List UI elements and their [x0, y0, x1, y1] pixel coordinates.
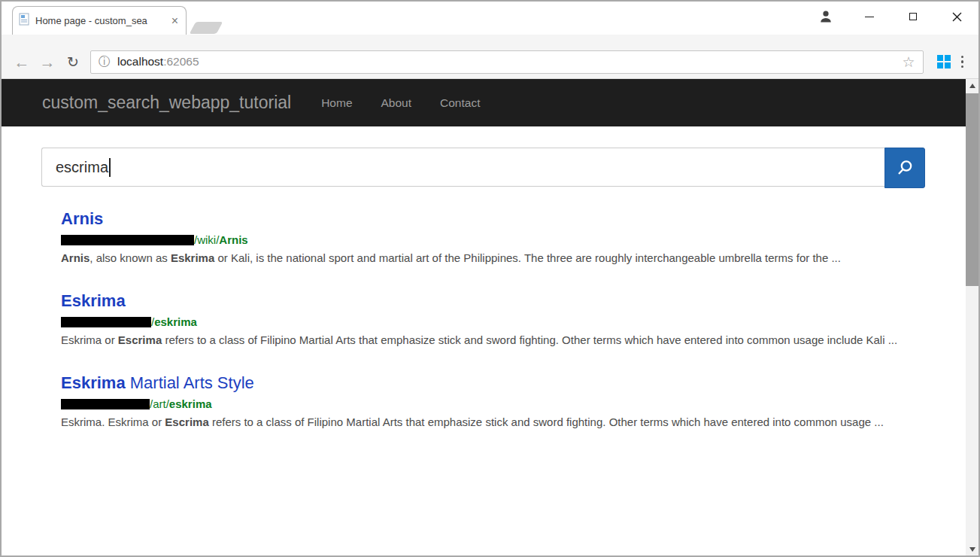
minimize-button[interactable] [848, 2, 891, 32]
redacted-domain [61, 317, 151, 327]
text-caret [109, 158, 111, 177]
window-controls [804, 2, 978, 32]
site-brand-link[interactable]: custom_search_webapp_tutorial [42, 93, 291, 113]
redacted-domain [61, 399, 150, 409]
url-port: :62065 [163, 55, 199, 68]
snippet-text: or Kali, is the national sport and marti… [214, 251, 841, 264]
snippet-match: Escrima [165, 415, 208, 428]
scroll-up-icon [969, 84, 975, 88]
tab-favicon [19, 13, 30, 29]
browser-window: Home page - custom_sea × [0, 0, 980, 557]
windows-extension-icon[interactable] [937, 55, 951, 68]
result-title-text: Arnis [61, 209, 103, 228]
search-button[interactable] [884, 148, 925, 188]
windows-logo-pane [945, 55, 951, 61]
nav-link-about[interactable]: About [381, 96, 412, 110]
profile-icon [818, 9, 833, 24]
result-snippet: Eskrima. Eskrima or Escrima refers to a … [61, 414, 907, 430]
scroll-down-button[interactable] [966, 543, 978, 555]
scrollbar-thumb[interactable] [966, 93, 978, 286]
result-title-text: Eskrima [61, 373, 126, 392]
reload-icon[interactable]: ↻ [60, 50, 86, 74]
address-bar[interactable]: ⓘ localhost:62065 ☆ [90, 50, 924, 74]
snippet-match: Arnis [61, 251, 90, 264]
result-item: Eskrima /eskrima Eskrima or Escrima refe… [61, 291, 907, 348]
back-icon[interactable]: ← [9, 50, 35, 74]
snippet-text: Eskrima. Eskrima or [61, 415, 165, 428]
browser-tab[interactable]: Home page - custom_sea × [12, 6, 187, 35]
snippet-match: Escrima [118, 333, 162, 346]
result-item: Arnis /wiki/Arnis Arnis, also known as E… [61, 208, 907, 266]
info-icon[interactable]: ⓘ [99, 54, 111, 70]
scroll-down-icon [969, 547, 975, 552]
url-path: /wiki/ [194, 233, 219, 246]
browser-menu-icon[interactable] [961, 56, 964, 68]
result-title-link[interactable]: Eskrima [61, 291, 126, 312]
result-item: Eskrima Martial Arts Style /art/eskrima … [61, 373, 907, 430]
forward-icon[interactable]: → [35, 50, 60, 74]
profile-button[interactable] [804, 2, 848, 32]
page-viewport: custom_search_webapp_tutorial Home About… [2, 79, 966, 555]
vertical-scrollbar[interactable] [966, 79, 978, 555]
menu-dot [961, 56, 964, 59]
url-host: localhost [117, 55, 163, 68]
new-tab-button[interactable] [190, 22, 223, 34]
url-path-match: Arnis [219, 233, 247, 246]
snippet-text: Eskrima or [61, 333, 118, 346]
browser-toolbar: ← → ↻ ⓘ localhost:62065 ☆ [2, 35, 978, 79]
result-url: /art/eskrima [61, 397, 907, 411]
result-title-link[interactable]: Eskrima Martial Arts Style [61, 373, 254, 394]
tab-strip: Home page - custom_sea × [2, 2, 978, 35]
result-title-link[interactable]: Arnis [61, 208, 103, 230]
result-snippet: Arnis, also known as Eskrima or Kali, is… [61, 250, 907, 266]
nav-link-home[interactable]: Home [321, 96, 352, 110]
snippet-text: refers to a class of Filipino Martial Ar… [162, 333, 897, 346]
snippet-text: refers to a class of Filipino Martial Ar… [209, 415, 884, 428]
menu-dot [961, 60, 964, 63]
result-title-text: Eskrima [61, 291, 126, 310]
result-url: /eskrima [61, 315, 907, 329]
close-button[interactable] [935, 2, 978, 32]
snippet-text: , also known as [90, 251, 171, 264]
search-results: Arnis /wiki/Arnis Arnis, also known as E… [61, 208, 907, 430]
tab-close-icon[interactable]: × [170, 16, 180, 26]
bookmark-star-icon[interactable]: ☆ [902, 53, 915, 71]
result-url: /wiki/Arnis [61, 233, 907, 247]
maximize-button[interactable] [891, 2, 935, 32]
search-icon [895, 158, 915, 178]
url-path-match: eskrima [154, 315, 197, 328]
site-navbar: custom_search_webapp_tutorial Home About… [2, 79, 966, 126]
url-path: /art/ [150, 397, 169, 410]
close-icon [952, 12, 962, 22]
url-text: localhost:62065 [117, 55, 199, 68]
maximize-icon [909, 13, 917, 20]
scroll-up-button[interactable] [966, 79, 978, 92]
nav-link-contact[interactable]: Contact [440, 96, 480, 110]
result-title-text: Martial Arts Style [126, 373, 254, 392]
url-path-match: eskrima [169, 397, 212, 410]
tab-title: Home page - custom_sea [35, 15, 170, 26]
search-input[interactable] [41, 148, 884, 187]
result-snippet: Eskrima or Escrima refers to a class of … [61, 332, 907, 348]
redacted-domain [61, 235, 194, 245]
windows-logo-pane [937, 62, 943, 68]
minimize-icon [865, 17, 874, 17]
menu-dot [961, 65, 964, 68]
snippet-match: Eskrima [171, 251, 214, 264]
search-bar [41, 148, 925, 187]
windows-logo-pane [945, 62, 951, 68]
windows-logo-pane [937, 55, 943, 61]
